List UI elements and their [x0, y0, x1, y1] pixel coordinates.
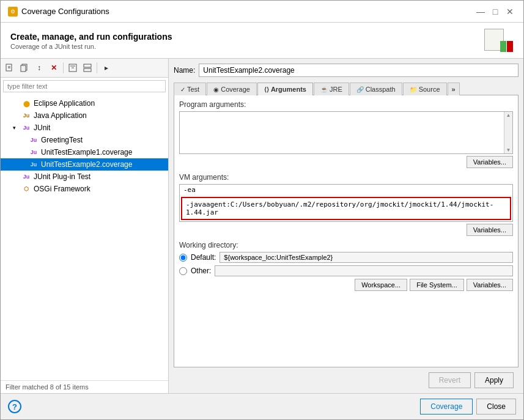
filesystem-button[interactable]: File System... — [410, 279, 464, 291]
vm-args-section: VM arguments: -ea -javaagent:C:/Users/bo… — [179, 173, 513, 236]
delete-config-button[interactable]: ✕ — [47, 61, 61, 75]
test-tab-icon: ✓ — [180, 86, 185, 93]
eclipse-icon: ⬤ — [21, 98, 31, 108]
copy-icon — [20, 64, 29, 72]
more-button[interactable]: ▸ — [100, 61, 113, 75]
main-window: ⚙ Coverage Configurations — □ ✕ Create, … — [0, 0, 524, 420]
default-dir-input[interactable] — [220, 252, 513, 263]
name-row: Name: — [174, 64, 518, 77]
tree-item-osgi[interactable]: ⬡ OSGi Framework — [1, 183, 168, 195]
vm-args-line1[interactable]: -ea — [180, 185, 512, 196]
maximize-button[interactable]: □ — [489, 6, 501, 18]
tab-test-label: Test — [187, 86, 199, 93]
header-text: Create, manage, and run configurations C… — [10, 32, 172, 50]
tab-coverage[interactable]: ◉ Coverage — [207, 83, 257, 95]
ut1-icon: Ju — [29, 147, 39, 157]
close-button[interactable]: ✕ — [504, 6, 516, 18]
window-title: Coverage Configurations — [21, 7, 109, 16]
apply-button[interactable]: Apply — [474, 372, 514, 388]
svg-rect-4 — [21, 65, 26, 72]
scrollbar: ▲ ▼ — [504, 112, 512, 153]
dir-variables-button[interactable]: Variables... — [467, 279, 513, 291]
tree-item-label-greeting: GreetingTest — [41, 136, 83, 144]
footer-buttons: Coverage Close — [420, 399, 516, 414]
program-args-section: Program arguments: ▲ ▼ Variables... — [179, 100, 513, 168]
tab-source[interactable]: 📁 Source — [403, 83, 447, 95]
other-dir-input[interactable] — [215, 265, 513, 276]
tab-overflow-button[interactable]: » — [448, 83, 460, 95]
program-variables-button[interactable]: Variables... — [467, 156, 513, 168]
tab-jre-label: JRE — [330, 86, 342, 93]
dialog-footer: ? Coverage Close — [1, 393, 523, 419]
collapse-button[interactable] — [81, 61, 94, 75]
junit-plugin-icon: Ju — [21, 172, 31, 182]
source-tab-icon: 📁 — [410, 86, 417, 93]
tree-item-ut1[interactable]: Ju UnitTestExample1.coverage — [1, 146, 168, 158]
title-controls: — □ ✕ — [474, 6, 516, 18]
tree-item-label-osgi: OSGi Framework — [34, 185, 90, 193]
program-variables-row: Variables... — [179, 156, 513, 168]
main-content: ↕ ✕ ▸ ⬤ Eclipse Application — [1, 59, 523, 393]
header-title: Create, manage, and run configurations — [10, 32, 172, 42]
tab-arguments[interactable]: ⟨⟩ Arguments — [257, 83, 313, 95]
header-area: Create, manage, and run configurations C… — [1, 23, 523, 59]
program-args-box: ▲ ▼ — [179, 111, 513, 154]
tree-item-java[interactable]: Ju Java Application — [1, 109, 168, 122]
working-dir-section: Working directory: Default: Other: Works… — [179, 241, 513, 291]
coverage-button[interactable]: Coverage — [420, 399, 473, 414]
other-radio[interactable] — [179, 267, 187, 275]
tab-coverage-label: Coverage — [221, 86, 250, 93]
tree-item-junit[interactable]: ▾ Ju JUnit — [1, 122, 168, 134]
arguments-tab-content: Program arguments: ▲ ▼ Variables... VM — [174, 95, 518, 367]
tree-item-label-ut1: UnitTestExample1.coverage — [41, 148, 132, 157]
tree-item-label-junit: JUnit — [34, 123, 50, 132]
filter-input[interactable] — [3, 80, 166, 92]
bottom-buttons: Revert Apply — [174, 367, 518, 388]
svg-rect-9 — [84, 68, 91, 72]
junit-icon: Ju — [21, 123, 31, 133]
left-panel: ↕ ✕ ▸ ⬤ Eclipse Application — [1, 59, 169, 393]
osgi-icon: ⬡ — [21, 184, 31, 194]
tree-item-label-plugin: JUnit Plug-in Test — [34, 172, 90, 181]
revert-button[interactable]: Revert — [429, 372, 471, 388]
workspace-button[interactable]: Workspace... — [355, 279, 407, 291]
new-icon — [6, 64, 14, 72]
right-panel: Name: ✓ Test ◉ Coverage ⟨⟩ Arguments — [169, 59, 523, 393]
tree-item-ut2[interactable]: Ju UnitTestExample2.coverage — [1, 158, 168, 171]
tab-arguments-label: Arguments — [271, 86, 306, 93]
tree-item-greeting[interactable]: Ju GreetingTest — [1, 134, 168, 146]
filter-status: Filter matched 8 of 15 items — [1, 380, 168, 393]
scroll-down-arrow: ▼ — [504, 147, 512, 153]
program-args-input[interactable] — [180, 112, 504, 153]
tree-area: ⬤ Eclipse Application Ju Java Applicatio… — [1, 95, 168, 380]
coverage-icon — [500, 41, 514, 52]
tree-item-label-ut2: UnitTestExample2.coverage — [41, 160, 132, 169]
ut2-icon: Ju — [29, 160, 39, 169]
expand-arrow-junit: ▾ — [13, 125, 19, 131]
tree-item-junit-plugin[interactable]: Ju JUnit Plug-in Test — [1, 171, 168, 183]
args-tab-icon: ⟨⟩ — [264, 86, 269, 93]
name-label: Name: — [174, 66, 195, 75]
vm-args-line2[interactable]: -javaagent:C:/Users/bobyuan/.m2/reposito… — [181, 197, 511, 220]
tab-test[interactable]: ✓ Test — [174, 83, 206, 95]
default-radio-label: Default: — [191, 253, 216, 262]
close-dialog-button[interactable]: Close — [476, 399, 516, 414]
help-button[interactable]: ? — [8, 400, 21, 413]
classpath-tab-icon: 🔗 — [356, 86, 364, 93]
tab-source-label: Source — [419, 86, 440, 93]
default-radio[interactable] — [179, 254, 187, 262]
filter-button[interactable] — [66, 61, 79, 75]
tab-jre[interactable]: ☕ JRE — [314, 83, 349, 95]
jre-tab-icon: ☕ — [320, 86, 328, 93]
name-input[interactable] — [199, 64, 518, 77]
tab-classpath-label: Classpath — [366, 86, 396, 93]
greeting-icon: Ju — [29, 135, 39, 145]
tree-item-eclipse[interactable]: ⬤ Eclipse Application — [1, 97, 168, 109]
copy-config-button[interactable] — [18, 61, 31, 75]
new-config-button[interactable] — [3, 61, 17, 75]
tab-classpath[interactable]: 🔗 Classpath — [350, 83, 402, 95]
green-bar — [500, 41, 506, 52]
move-config-button[interactable]: ↕ — [32, 61, 46, 75]
minimize-button[interactable]: — — [474, 6, 487, 18]
vm-variables-button[interactable]: Variables... — [467, 224, 513, 236]
